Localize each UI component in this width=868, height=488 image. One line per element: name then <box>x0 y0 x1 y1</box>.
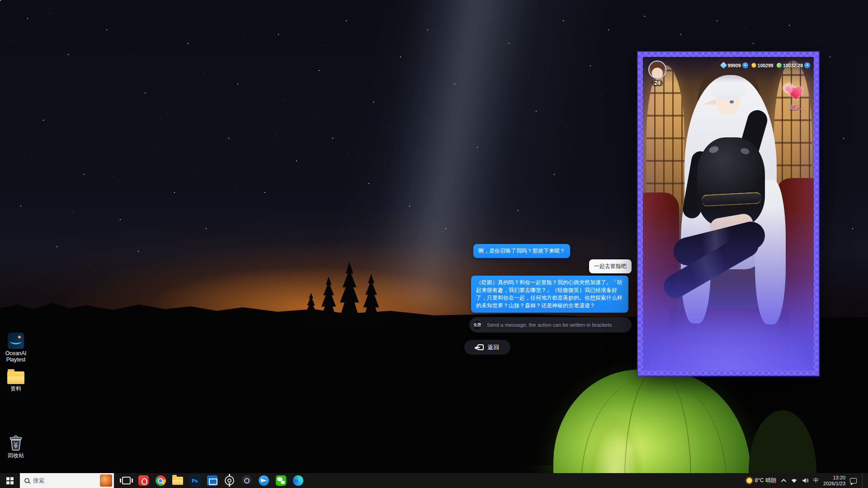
taskbar: Ps 8°C 晴朗 中 13:20 2026/1/23 <box>0 473 868 488</box>
taskbar-app-photoshop[interactable]: Ps <box>186 473 203 488</box>
desktop-screen: OceanAI Playtest 资料 回收站 啊，是你召唤了我吗？那接下来呢？… <box>0 0 868 488</box>
currency-coin: 100299 <box>751 63 774 68</box>
currency-energy: 10032:28 + <box>777 62 810 68</box>
back-exit-icon <box>477 344 484 350</box>
currency-bar: 99909 + 100299 10032:28 + <box>721 62 810 68</box>
user-message-bubble: 一起去冒险吧 <box>589 259 632 273</box>
tent-door <box>589 416 642 478</box>
desktop-icon-recycle-bin[interactable]: 回收站 <box>2 435 30 459</box>
search-highlight-thumbnail[interactable] <box>100 474 112 487</box>
currency-value: 100299 <box>758 63 774 68</box>
volume-icon[interactable] <box>802 478 809 483</box>
oceanai-app-icon <box>8 333 24 349</box>
wechat-icon <box>276 475 286 486</box>
player-level-badge: 24 <box>651 80 663 86</box>
photoshop-icon: Ps <box>190 475 200 486</box>
gear-icon <box>225 476 234 485</box>
gem-icon <box>720 62 727 69</box>
file-explorer-icon <box>172 477 183 485</box>
taskbar-app-edge[interactable] <box>289 473 307 488</box>
taskbar-weather-widget[interactable]: 8°C 晴朗 <box>745 477 778 484</box>
chrome-icon <box>156 475 166 486</box>
message-input[interactable] <box>487 322 626 328</box>
coin-icon <box>751 63 756 68</box>
chat-input-bar[interactable]: 免费 <box>469 317 632 333</box>
desktop-icon-label: OceanAI Playtest <box>0 350 32 363</box>
edge-browser-icon <box>293 475 303 486</box>
mail-app-icon <box>207 475 217 486</box>
search-input[interactable] <box>33 478 96 484</box>
currency-value: 10032:28 <box>783 63 803 68</box>
character-card: 24 99909 + 100299 10032:28 + <box>637 51 820 376</box>
date-text: 2026/1/23 <box>823 481 845 487</box>
search-icon <box>24 478 29 483</box>
player-avatar-block[interactable]: 24 <box>647 61 667 87</box>
desktop-icon-oceanai-playtest[interactable]: OceanAI Playtest <box>2 333 30 363</box>
taskbar-apps: Ps <box>118 473 307 488</box>
windows-logo-icon <box>6 477 14 484</box>
ime-indicator[interactable]: 中 <box>813 477 819 484</box>
taskbar-clock[interactable]: 13:20 2026/1/23 <box>823 475 845 487</box>
time-text: 13:20 <box>823 475 845 481</box>
add-gems-button[interactable]: + <box>742 62 748 68</box>
tray-overflow-chevron-icon[interactable] <box>781 479 786 483</box>
desktop-icon-folder[interactable]: 资料 <box>2 369 30 392</box>
taskbar-app-red-media[interactable] <box>135 473 152 488</box>
desktop-icon-label: 资料 <box>0 385 32 392</box>
energy-icon <box>777 63 782 68</box>
messenger-app-icon <box>259 475 269 486</box>
relationship-label: 恋人 <box>781 103 811 111</box>
taskbar-app-file-explorer[interactable] <box>169 473 186 488</box>
player-avatar[interactable] <box>648 61 666 79</box>
desktop-icon-label: 回收站 <box>0 452 32 459</box>
back-button-label: 返回 <box>488 343 500 352</box>
ai-message-bubble: 啊，是你召唤了我吗？那接下来呢？ <box>473 244 570 258</box>
start-button[interactable] <box>0 473 20 488</box>
taskbar-app-mail[interactable] <box>203 473 221 488</box>
currency-gem: 99909 + <box>721 62 748 68</box>
taskbar-app-chrome[interactable] <box>152 473 169 488</box>
folder-icon <box>7 371 24 384</box>
taskbar-app-settings[interactable] <box>221 473 238 488</box>
back-button[interactable]: 返回 <box>464 340 510 355</box>
affinity-button[interactable]: 恋人 <box>781 87 811 111</box>
taskbar-app-messenger[interactable] <box>255 473 272 488</box>
currency-value: 99909 <box>727 63 741 68</box>
action-center-icon[interactable] <box>850 478 857 483</box>
task-view-button[interactable] <box>118 473 135 488</box>
taskbar-app-dark[interactable] <box>238 473 255 488</box>
dark-app-icon <box>241 475 252 486</box>
system-tray: 8°C 晴朗 中 13:20 2026/1/23 <box>745 473 868 488</box>
show-desktop-button[interactable] <box>862 473 864 488</box>
task-view-icon <box>122 477 131 484</box>
weather-text: 8°C 晴朗 <box>755 477 776 484</box>
recycle-bin-icon <box>9 435 23 451</box>
card-top-bar: 24 99909 + 100299 10032:28 + <box>643 57 814 83</box>
heart-icon <box>788 87 804 101</box>
taskbar-search[interactable] <box>20 473 114 488</box>
network-icon[interactable] <box>791 478 797 483</box>
sun-weather-icon <box>746 478 752 483</box>
add-energy-button[interactable]: + <box>804 62 810 68</box>
ai-message-bubble: （眨眼）真的吗？和你一起冒险？我的心跳突然加速了。「听起来很有趣，我们要去哪里？… <box>471 276 628 313</box>
free-message-badge: 免费 <box>472 319 483 331</box>
taskbar-app-wechat[interactable] <box>272 473 289 488</box>
media-app-icon <box>138 475 149 486</box>
